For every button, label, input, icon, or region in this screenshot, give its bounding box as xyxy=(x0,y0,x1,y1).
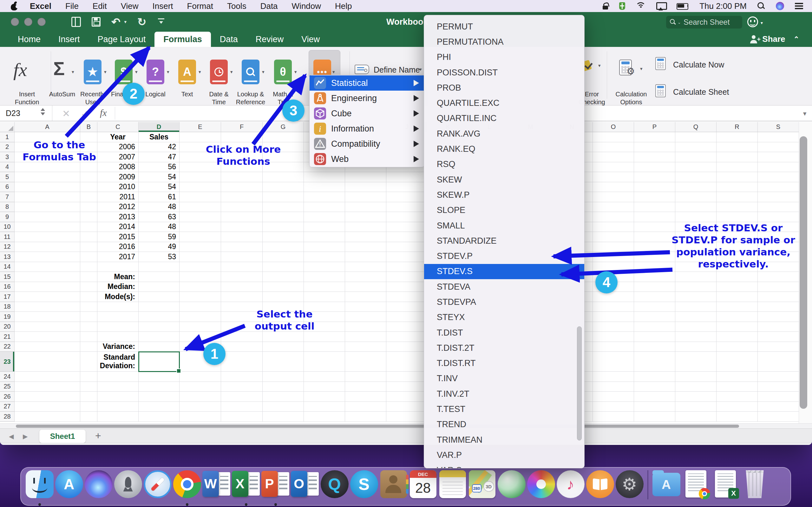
tab-home[interactable]: Home xyxy=(9,32,49,47)
expand-formula-bar-chevron[interactable]: ▼ xyxy=(802,111,808,117)
cell-P9[interactable] xyxy=(634,212,675,222)
cell-G10[interactable] xyxy=(263,222,304,232)
cell-S25[interactable] xyxy=(758,382,799,392)
cell-I5[interactable] xyxy=(345,172,386,182)
cell-E5[interactable] xyxy=(180,172,221,182)
cell-J27[interactable] xyxy=(386,402,427,412)
cell-S26[interactable] xyxy=(758,392,799,402)
cell-G2[interactable] xyxy=(263,142,304,153)
cell-F11[interactable] xyxy=(221,232,263,242)
cell-O23[interactable] xyxy=(593,352,634,372)
calculate-now-label[interactable]: Calculate Now xyxy=(673,60,724,69)
horizontal-scrollbar-thumb[interactable] xyxy=(16,425,739,428)
menu-item-insert[interactable]: Insert xyxy=(153,1,173,11)
cell-P10[interactable] xyxy=(634,222,675,232)
horizontal-scrollbar[interactable] xyxy=(0,424,812,429)
cell-J10[interactable] xyxy=(386,222,427,232)
logical-icon[interactable]: ? xyxy=(147,60,164,84)
cell-I15[interactable] xyxy=(345,272,386,282)
function-stdev-s[interactable]: STDEV.S xyxy=(424,264,584,279)
category-statistical[interactable]: Statistical xyxy=(310,75,424,91)
cell-A23[interactable] xyxy=(14,352,80,372)
cell-O3[interactable] xyxy=(593,152,634,162)
cell-A5[interactable] xyxy=(14,172,80,182)
cell-A26[interactable] xyxy=(14,392,80,402)
cell-G25[interactable] xyxy=(263,382,304,392)
redo-icon[interactable]: ↻ xyxy=(137,16,147,27)
cell-D20[interactable] xyxy=(139,322,180,332)
cell-F16[interactable] xyxy=(221,282,263,292)
cell-R4[interactable] xyxy=(716,162,758,172)
cell-F2[interactable] xyxy=(221,142,263,153)
cell-B27[interactable] xyxy=(80,402,97,412)
cell-Q20[interactable] xyxy=(675,322,716,332)
cell-P2[interactable] xyxy=(634,142,675,153)
cell-E2[interactable] xyxy=(180,142,221,153)
cell-H13[interactable] xyxy=(304,252,345,262)
dock-item-ibooks[interactable] xyxy=(585,470,615,506)
cell-G19[interactable] xyxy=(263,312,304,322)
cell-H27[interactable] xyxy=(304,402,345,412)
cell-I14[interactable] xyxy=(345,262,386,272)
dock-item-trash[interactable] xyxy=(740,470,769,506)
cell-J13[interactable] xyxy=(386,252,427,262)
autosum-icon[interactable]: Σ xyxy=(53,58,65,79)
cell-A28[interactable] xyxy=(14,412,80,422)
cell-B18[interactable] xyxy=(80,302,97,312)
cell-A25[interactable] xyxy=(14,382,80,392)
cell-F24[interactable] xyxy=(221,372,263,382)
row-header-25[interactable]: 25 xyxy=(0,382,14,392)
cell-B3[interactable] xyxy=(80,152,97,162)
cell-G13[interactable] xyxy=(263,252,304,262)
cell-Q11[interactable] xyxy=(675,232,716,242)
cell-G18[interactable] xyxy=(263,302,304,312)
cell-S14[interactable] xyxy=(758,262,799,272)
cell-S4[interactable] xyxy=(758,162,799,172)
cell-P1[interactable] xyxy=(634,132,675,142)
cell-D6[interactable]: 54 xyxy=(139,182,180,192)
cell-G20[interactable] xyxy=(263,322,304,332)
cell-O26[interactable] xyxy=(593,392,634,402)
tab-formulas[interactable]: Formulas xyxy=(154,32,211,47)
cell-A7[interactable] xyxy=(14,192,80,202)
cell-F9[interactable] xyxy=(221,212,263,222)
cell-O9[interactable] xyxy=(593,212,634,222)
cell-S20[interactable] xyxy=(758,322,799,332)
cell-B28[interactable] xyxy=(80,412,97,422)
cell-H16[interactable] xyxy=(304,282,345,292)
cell-C7[interactable]: 2011 xyxy=(97,192,139,202)
cell-H17[interactable] xyxy=(304,292,345,302)
function-var-s[interactable]: VAR.S xyxy=(424,463,584,468)
cell-F7[interactable] xyxy=(221,192,263,202)
dock-item-outlook[interactable]: O xyxy=(290,470,320,506)
tab-page-layout[interactable]: Page Layout xyxy=(89,32,155,47)
cell-S10[interactable] xyxy=(758,222,799,232)
cell-Q21[interactable] xyxy=(675,332,716,342)
cell-G27[interactable] xyxy=(263,402,304,412)
cell-E16[interactable] xyxy=(180,282,221,292)
cell-J25[interactable] xyxy=(386,382,427,392)
cell-B21[interactable] xyxy=(80,332,97,342)
dock-item-siri[interactable] xyxy=(84,470,113,506)
cell-R12[interactable] xyxy=(716,242,758,252)
cell-I21[interactable] xyxy=(345,332,386,342)
cell-C5[interactable]: 2009 xyxy=(97,172,139,182)
cell-J19[interactable] xyxy=(386,312,427,322)
function-standardize[interactable]: STANDARDIZE xyxy=(424,233,584,248)
cell-R14[interactable] xyxy=(716,262,758,272)
cell-S22[interactable] xyxy=(758,342,799,352)
cell-A3[interactable] xyxy=(14,152,80,162)
cell-I18[interactable] xyxy=(345,302,386,312)
function-poisson-dist[interactable]: POISSON.DIST xyxy=(424,65,584,80)
cell-D11[interactable]: 59 xyxy=(139,232,180,242)
cell-O19[interactable] xyxy=(593,312,634,322)
feedback-smiley-icon[interactable] xyxy=(747,16,758,27)
cell-F3[interactable] xyxy=(221,152,263,162)
row-header-15[interactable]: 15 xyxy=(0,272,14,282)
cell-H20[interactable] xyxy=(304,322,345,332)
cell-P15[interactable] xyxy=(634,272,675,282)
dock-item-app-store[interactable]: A xyxy=(54,470,84,506)
add-sheet-button[interactable]: + xyxy=(95,430,101,442)
cell-G6[interactable] xyxy=(263,182,304,192)
cell-D21[interactable] xyxy=(139,332,180,342)
